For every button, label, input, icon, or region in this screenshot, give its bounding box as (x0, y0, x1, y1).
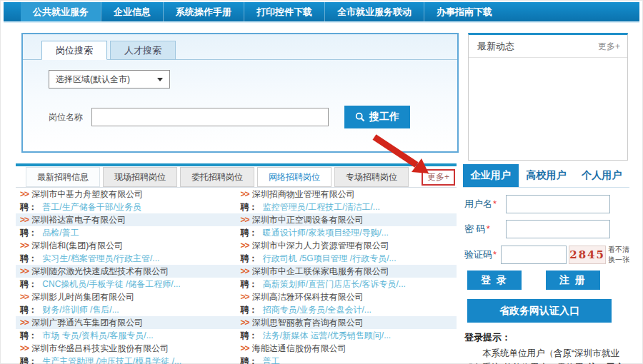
company-link[interactable]: >> 深圳高洁雅环保科技有限公司 (236, 290, 457, 303)
nav-item[interactable]: 企业信息 (101, 2, 163, 21)
company-name: 深圳市华盛昌科技实业股份有限公司 (31, 343, 169, 353)
list-item: >> 深圳影儿时尚集团有限公司 聘： 财务/培训师 /售后/... (16, 290, 236, 316)
job-titles: 普工 (263, 356, 280, 364)
login-tab[interactable]: 个人用户 (574, 164, 629, 187)
recruitment-columns: >> 深圳市中基力舟塑胶有限公司 聘： 普工/生产储备干部/业务员 >> 深圳裕… (16, 188, 457, 364)
company-link[interactable]: >> 深圳市中基力舟塑胶有限公司 (16, 188, 236, 201)
recruitment-top-bar (16, 163, 457, 166)
captcha-image[interactable]: 2845 (569, 246, 606, 264)
login-tab[interactable]: 高校用户 (519, 164, 574, 187)
job-titles-link[interactable]: 聘： 行政司机 /5G项目管理 /行政专员/... (236, 252, 457, 265)
login-tab-label: 高校用户 (527, 169, 567, 182)
news-title: 最新动态 (477, 40, 514, 53)
hire-prefix: 聘： (241, 202, 258, 212)
company-link[interactable]: >> 深圳影儿时尚集团有限公司 (16, 290, 236, 303)
job-titles: 市场 专员/资料员/客服专员/... (42, 330, 153, 340)
search-job-button[interactable]: 搜工作 (344, 106, 410, 128)
captcha-field[interactable] (501, 246, 567, 264)
double-arrow-icon: >> (241, 189, 249, 199)
company-link[interactable]: >> 深圳思智丽教育咨询有限公司 (236, 316, 457, 329)
company-name: 海能达通信股份有限公司 (252, 343, 347, 353)
company-name: 深圳思智丽教育咨询有限公司 (252, 318, 364, 328)
nav-item-label: 公共就业服务 (33, 6, 89, 19)
top-navigation: 公共就业服务 企业信息 系统操作手册 打印控件下载 全市就业服务联动 办事指南下… (4, 2, 639, 21)
nav-item[interactable]: 公共就业服务 (21, 2, 101, 21)
captcha-refresh-line1: 看不清 (608, 246, 629, 253)
nav-item[interactable]: 打印控件下载 (244, 2, 324, 21)
login-tab-label: 企业用户 (471, 169, 511, 182)
login-button[interactable]: 登 录 (467, 271, 522, 290)
search-tab[interactable]: 岗位搜索 (41, 41, 107, 60)
register-button[interactable]: 注 册 (546, 271, 600, 290)
hire-prefix: 聘： (241, 253, 258, 263)
company-link[interactable]: >> 深圳市中深力人力资源管理有限公司 (236, 239, 457, 252)
nav-item-label: 办事指南下载 (437, 6, 492, 19)
job-titles-link[interactable]: 聘： 生产主管助理 /冲压技工/模具学徒 /... (16, 355, 236, 364)
job-titles-link[interactable]: 聘： 市场 专员/资料员/客服专员/... (16, 329, 236, 342)
job-titles: 监控管理员/工程技工/清洁工/... (263, 202, 380, 212)
region-select[interactable]: 选择区域(默认全市) (49, 70, 170, 89)
job-titles-link[interactable]: 聘： 招商专员/业务员/全盘会计/... (236, 303, 457, 316)
company-link[interactable]: >> 深圳裕达富电子有限公司 (16, 213, 236, 226)
job-titles: 财务/培训师 /售后/... (42, 305, 119, 315)
job-titles-link[interactable]: 聘： 品检/普工 (16, 226, 236, 239)
recruitment-tab[interactable]: 委托招聘岗位 (180, 167, 254, 187)
password-field[interactable] (506, 220, 610, 238)
login-tab[interactable]: 企业用户 (463, 164, 519, 187)
company-name: 深圳影儿时尚集团有限公司 (31, 292, 134, 302)
company-link[interactable]: >> 深圳随尔激光快速成型技术有限公司 (16, 265, 236, 278)
list-item: >> 海能达通信股份有限公司 聘： 普工 (236, 342, 457, 364)
job-titles-link[interactable]: 聘： 法务/新媒体 运营/优秀销售顾问/... (236, 329, 457, 342)
job-titles-link[interactable]: 聘： 暖通设计师/家装项目经理/导购/... (236, 226, 457, 239)
job-titles-link[interactable]: 聘： 财务/培训师 /售后/... (16, 303, 236, 316)
double-arrow-icon: >> (20, 189, 29, 199)
job-titles: 暖通设计师/家装项目经理/导购/... (263, 228, 389, 238)
nav-item[interactable]: 系统操作手册 (163, 2, 244, 21)
job-titles-link[interactable]: 聘： 普工/生产储备干部/业务员 (16, 201, 236, 213)
job-titles: 普工/生产储备干部/业务员 (42, 202, 141, 212)
search-job-button-label: 搜工作 (369, 111, 399, 123)
job-titles-link[interactable]: 聘： CNC操机员/手板学徒 /储备工程师/... (16, 278, 236, 290)
double-arrow-icon: >> (241, 343, 249, 353)
list-item: >> 深圳信和(集团)有限公司 聘： 实习生/档案管理员/行政主管/... (16, 239, 236, 265)
search-tab[interactable]: 人才搜索 (110, 41, 176, 60)
nav-item-label: 系统操作手册 (176, 6, 231, 19)
job-titles: 品检/普工 (42, 228, 79, 238)
recruitment-tab[interactable]: 最新招聘信息 (26, 167, 100, 187)
company-link[interactable]: >> 深圳招商物业管理有限公司 (236, 188, 457, 201)
news-more-link[interactable]: 更多+ (598, 41, 620, 53)
nav-item[interactable]: 办事指南下载 (424, 2, 504, 21)
company-link[interactable]: >> 深圳市中正空调设备有限公司 (236, 213, 457, 226)
search-body: 选择区域(默认全市) 岗位名称 搜工作 (23, 60, 457, 128)
company-name: 深圳市中深力人力资源管理有限公司 (252, 241, 389, 251)
job-titles-link[interactable]: 聘： 高薪策划师/直营门店店长/客诉专员/... (236, 278, 457, 290)
job-titles-link[interactable]: 聘： 普工 (236, 355, 457, 364)
double-arrow-icon: >> (20, 266, 29, 276)
recruitment-tab[interactable]: 网络招聘岗位 (257, 167, 332, 187)
job-name-input[interactable] (91, 108, 329, 126)
job-titles: 生产主管助理 /冲压技工/模具学徒 /... (42, 356, 181, 364)
recruitment-tab[interactable]: 专场招聘岗位 (334, 167, 409, 187)
company-link[interactable]: >> 深圳市华盛昌科技实业股份有限公司 (16, 342, 236, 355)
job-titles-link[interactable]: 聘： 实习生/档案管理员/行政主管/... (16, 252, 236, 265)
recruitment-more-link[interactable]: 更多+ (422, 169, 455, 186)
company-link[interactable]: >> 海能达通信股份有限公司 (236, 342, 457, 355)
company-name: 深圳信和(集团)有限公司 (31, 241, 123, 251)
job-search-panel: 岗位搜索 人才搜索 选择区域(默认全市) 岗位名称 搜工作 (21, 33, 459, 153)
company-link[interactable]: >> 深圳信和(集团)有限公司 (16, 239, 236, 252)
company-link[interactable]: >> 深圳广骅通汽车集团有限公司 (16, 316, 236, 329)
company-link[interactable]: >> 深圳市中企工联保家电服务有限公司 (236, 265, 457, 278)
captcha-refresh-link[interactable]: 看不清 换一张 (608, 245, 629, 264)
job-titles: 行政司机 /5G项目管理 /行政专员/... (263, 253, 397, 263)
gov-auth-entry-button[interactable]: 省政务网认证入口 (467, 299, 612, 323)
chevron-down-icon (157, 78, 163, 81)
company-name: 深圳招商物业管理有限公司 (252, 189, 355, 199)
recruitment-tab-label: 委托招聘岗位 (191, 171, 243, 183)
captcha-label: 验证码* (464, 248, 501, 261)
recruitment-tab[interactable]: 现场招聘岗位 (103, 167, 177, 187)
username-field[interactable] (506, 195, 610, 213)
list-item: >> 深圳市中正空调设备有限公司 聘： 暖通设计师/家装项目经理/导购/... (236, 213, 457, 239)
nav-item[interactable]: 全市就业服务联动 (324, 2, 424, 21)
page: 公共就业服务 企业信息 系统操作手册 打印控件下载 全市就业服务联动 办事指南下… (0, 0, 643, 364)
job-titles-link[interactable]: 聘： 监控管理员/工程技工/清洁工/... (236, 201, 457, 213)
